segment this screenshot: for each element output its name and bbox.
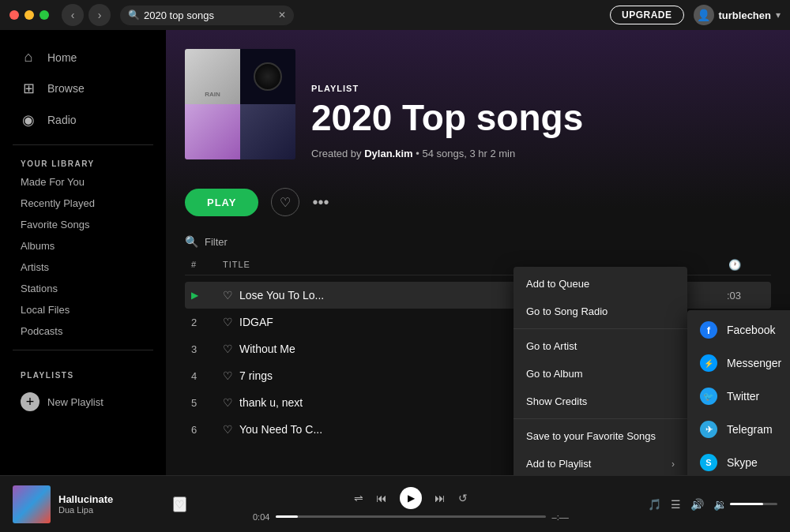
nav-back-button[interactable]: ‹: [62, 4, 84, 26]
facebook-icon: f: [700, 321, 717, 339]
avatar: 👤: [694, 5, 714, 25]
plus-circle-icon: +: [21, 392, 40, 411]
close-button[interactable]: [9, 10, 19, 20]
twitter-icon: 🐦: [700, 388, 717, 405]
new-playlist-button[interactable]: + New Playlist: [13, 386, 153, 418]
sidebar-item-favorite-songs[interactable]: Favorite Songs: [13, 214, 153, 235]
context-menu-item-add-to-queue[interactable]: Add to Queue: [514, 270, 687, 298]
clock-icon: 🕐: [728, 259, 741, 271]
sidebar-item-artists[interactable]: Artists: [13, 257, 153, 278]
now-playing-info: Hallucinate Dua Lipa: [58, 493, 165, 515]
username-label: turblechen: [719, 9, 771, 21]
playlist-type-label: PLAYLIST: [311, 84, 771, 93]
context-menu: Add to Queue Go to Song Radio Go to Arti…: [514, 267, 687, 475]
share-messenger-button[interactable]: ⚡ Messenger: [687, 347, 790, 380]
action-bar: PLAY ♡ •••: [166, 175, 790, 229]
home-icon: ⌂: [21, 49, 36, 66]
sidebar-item-browse[interactable]: ⊞ Browse: [13, 73, 153, 103]
play-button[interactable]: PLAY: [185, 189, 258, 216]
search-clear-icon[interactable]: ✕: [278, 9, 286, 21]
browse-icon: ⊞: [21, 80, 36, 97]
content-area: RAIN PLAYLIST 2020 Top songs Created by …: [166, 30, 790, 475]
playlist-creator: Dylan.kim: [364, 148, 412, 159]
messenger-icon: ⚡: [700, 354, 717, 372]
lyrics-button[interactable]: 🎵: [648, 498, 661, 511]
playlist-cover: RAIN: [185, 49, 295, 159]
context-menu-item-add-to-playlist[interactable]: Add to Playlist ›: [514, 450, 687, 475]
context-menu-item-go-to-song-radio[interactable]: Go to Song Radio: [514, 298, 687, 325]
total-time: –:––: [552, 512, 569, 522]
track-heart-button[interactable]: ♡: [223, 396, 233, 409]
context-menu-divider: [514, 418, 687, 419]
track-number: 2: [191, 317, 197, 328]
repeat-button[interactable]: ↺: [458, 492, 468, 504]
sidebar-item-stations[interactable]: Stations: [13, 278, 153, 299]
now-playing-bar: Hallucinate Dua Lipa ♡ ⇌ ⏮ ▶ ⏭ ↺ 0:04 –:…: [0, 475, 790, 532]
sidebar-item-podcasts[interactable]: Podcasts: [13, 320, 153, 342]
sidebar-item-label: Home: [47, 51, 77, 64]
track-time: :03: [702, 290, 741, 302]
context-menu-item-go-to-album[interactable]: Go to Album: [514, 360, 687, 388]
playlists-section-title: PLAYLISTS: [13, 358, 153, 386]
search-input[interactable]: [120, 6, 294, 25]
progress-bar[interactable]: [276, 515, 545, 518]
device-button[interactable]: 🔊: [690, 498, 704, 511]
track-num-area: ▶ 5: [191, 397, 223, 409]
heart-button[interactable]: ♡: [271, 188, 299, 216]
context-menu-item-go-to-artist[interactable]: Go to Artist: [514, 332, 687, 360]
share-skype-button[interactable]: S Skype: [687, 446, 790, 475]
playlist-meta: Created by Dylan.kim • 54 songs, 3 hr 2 …: [311, 148, 771, 159]
share-twitter-button[interactable]: 🐦 Twitter: [687, 380, 790, 413]
minimize-button[interactable]: [24, 10, 34, 20]
track-heart-button[interactable]: ♡: [223, 289, 233, 302]
skype-label: Skype: [727, 456, 758, 469]
cover-tile-2: [240, 49, 295, 104]
cover-tile-1: RAIN: [185, 49, 240, 104]
playlist-meta-info: 54 songs, 3 hr 2 min: [422, 148, 515, 159]
track-number: 5: [191, 397, 197, 409]
volume-icon[interactable]: 🔉: [713, 498, 727, 511]
sidebar-nav-section: ⌂ Home ⊞ Browse ◉ Radio: [0, 43, 166, 137]
track-playing-icon: ▶: [191, 290, 198, 301]
track-heart-button[interactable]: ♡: [223, 316, 233, 328]
np-extra-controls: 🎵 ☰ 🔊 🔉: [635, 498, 777, 511]
facebook-label: Facebook: [727, 324, 775, 336]
track-heart-button[interactable]: ♡: [223, 343, 233, 355]
sidebar-item-albums[interactable]: Albums: [13, 235, 153, 257]
sidebar-item-home[interactable]: ⌂ Home: [13, 43, 153, 72]
nav-forward-button[interactable]: ›: [88, 4, 111, 26]
prev-button[interactable]: ⏮: [376, 492, 387, 504]
nav-buttons: ‹ ›: [62, 4, 111, 26]
sidebar-item-made-for-you[interactable]: Made For You: [13, 171, 153, 193]
search-wrap: 🔍 ✕: [120, 6, 294, 25]
telegram-label: Telegram: [727, 423, 773, 436]
shuffle-button[interactable]: ⇌: [354, 492, 363, 504]
share-facebook-button[interactable]: f Facebook: [687, 313, 790, 347]
track-heart-button[interactable]: ♡: [223, 369, 233, 382]
sidebar-item-recently-played[interactable]: Recently Played: [13, 193, 153, 214]
volume-bar[interactable]: [730, 503, 777, 505]
filter-text: Filter: [205, 236, 228, 248]
user-area[interactable]: 👤 turblechen ▾: [694, 5, 781, 25]
filter-icon: 🔍: [185, 235, 198, 248]
track-num-area: ▶ 2: [191, 317, 223, 328]
context-menu-item-show-credits[interactable]: Show Credits: [514, 388, 687, 415]
now-playing-title: Hallucinate: [58, 493, 165, 505]
track-heart-button[interactable]: ♡: [223, 423, 233, 436]
sidebar-item-radio[interactable]: ◉ Radio: [13, 105, 153, 135]
playlist-header: RAIN PLAYLIST 2020 Top songs Created by …: [166, 30, 790, 175]
skype-icon: S: [700, 454, 717, 471]
share-telegram-button[interactable]: ✈ Telegram: [687, 413, 790, 446]
fullscreen-button[interactable]: [40, 10, 49, 20]
share-submenu: f Facebook ⚡ Messenger 🐦 Twitter ✈ Teleg…: [687, 310, 790, 475]
sidebar-item-local-files[interactable]: Local Files: [13, 299, 153, 320]
now-playing-heart-button[interactable]: ♡: [173, 496, 186, 512]
context-menu-item-save-favorites[interactable]: Save to your Favorite Songs: [514, 422, 687, 450]
radio-icon: ◉: [21, 111, 36, 129]
upgrade-button[interactable]: UPGRADE: [610, 6, 684, 24]
next-button[interactable]: ⏭: [434, 492, 446, 504]
queue-button[interactable]: ☰: [671, 498, 681, 511]
play-pause-button[interactable]: ▶: [400, 487, 422, 509]
now-playing-artist: Dua Lipa: [58, 505, 165, 515]
more-options-button[interactable]: •••: [312, 193, 329, 212]
